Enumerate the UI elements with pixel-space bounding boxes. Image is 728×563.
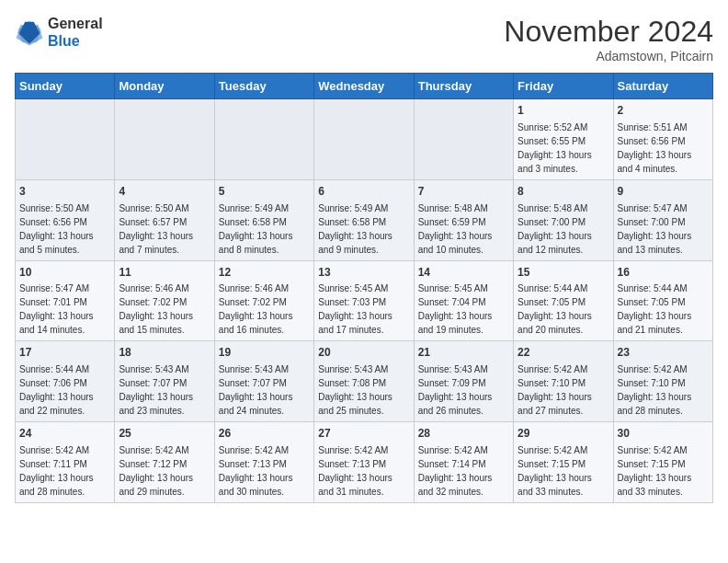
day-header-thursday: Thursday [414,74,513,99]
day-info: Sunrise: 5:46 AM Sunset: 7:02 PM Dayligh… [119,282,210,337]
day-cell: 21Sunrise: 5:43 AM Sunset: 7:09 PM Dayli… [414,341,513,422]
week-row-1: 1Sunrise: 5:52 AM Sunset: 6:55 PM Daylig… [16,99,713,180]
day-cell: 17Sunrise: 5:44 AM Sunset: 7:06 PM Dayli… [16,341,115,422]
logo-icon [15,17,44,47]
day-info: Sunrise: 5:45 AM Sunset: 7:03 PM Dayligh… [318,282,409,337]
day-cell: 1Sunrise: 5:52 AM Sunset: 6:55 PM Daylig… [514,99,613,180]
day-info: Sunrise: 5:43 AM Sunset: 7:09 PM Dayligh… [418,362,509,418]
day-cell: 15Sunrise: 5:44 AM Sunset: 7:05 PM Dayli… [514,260,613,341]
day-cell: 19Sunrise: 5:43 AM Sunset: 7:07 PM Dayli… [214,341,313,422]
day-cell: 18Sunrise: 5:43 AM Sunset: 7:07 PM Dayli… [115,341,214,422]
day-cell: 24Sunrise: 5:42 AM Sunset: 7:11 PM Dayli… [16,422,115,503]
day-header-wednesday: Wednesday [314,74,414,99]
day-number: 17 [19,345,110,361]
day-info: Sunrise: 5:42 AM Sunset: 7:15 PM Dayligh… [618,443,709,499]
day-number: 30 [618,426,709,442]
day-cell: 30Sunrise: 5:42 AM Sunset: 7:15 PM Dayli… [613,422,712,503]
day-number: 24 [19,426,110,442]
day-info: Sunrise: 5:49 AM Sunset: 6:58 PM Dayligh… [219,201,310,257]
day-number: 20 [318,345,409,361]
calendar-body: 1Sunrise: 5:52 AM Sunset: 6:55 PM Daylig… [16,99,713,503]
day-info: Sunrise: 5:45 AM Sunset: 7:04 PM Dayligh… [418,282,509,337]
day-cell: 3Sunrise: 5:50 AM Sunset: 6:56 PM Daylig… [16,179,115,260]
day-number: 28 [418,426,509,442]
day-number: 25 [119,426,210,442]
week-row-2: 3Sunrise: 5:50 AM Sunset: 6:56 PM Daylig… [16,179,713,260]
day-number: 19 [219,345,310,361]
day-info: Sunrise: 5:51 AM Sunset: 6:56 PM Dayligh… [618,121,709,176]
day-info: Sunrise: 5:48 AM Sunset: 6:59 PM Dayligh… [418,201,509,257]
day-number: 29 [518,426,609,442]
day-info: Sunrise: 5:46 AM Sunset: 7:02 PM Dayligh… [219,282,310,337]
day-number: 12 [219,265,310,281]
day-number: 4 [119,184,210,200]
day-number: 1 [518,103,609,119]
week-row-3: 10Sunrise: 5:47 AM Sunset: 7:01 PM Dayli… [16,260,713,341]
day-info: Sunrise: 5:44 AM Sunset: 7:05 PM Dayligh… [518,282,609,337]
page-header: General Blue November 2024 Adamstown, Pi… [15,15,713,63]
day-info: Sunrise: 5:42 AM Sunset: 7:10 PM Dayligh… [618,362,709,418]
day-cell: 2Sunrise: 5:51 AM Sunset: 6:56 PM Daylig… [613,99,712,180]
week-row-5: 24Sunrise: 5:42 AM Sunset: 7:11 PM Dayli… [16,422,713,503]
day-cell: 11Sunrise: 5:46 AM Sunset: 7:02 PM Dayli… [115,260,214,341]
day-info: Sunrise: 5:42 AM Sunset: 7:15 PM Dayligh… [518,443,609,499]
day-number: 16 [618,265,709,281]
day-cell: 10Sunrise: 5:47 AM Sunset: 7:01 PM Dayli… [16,260,115,341]
day-number: 23 [618,345,709,361]
day-cell: 9Sunrise: 5:47 AM Sunset: 7:00 PM Daylig… [613,179,712,260]
day-number: 27 [318,426,409,442]
day-cell: 14Sunrise: 5:45 AM Sunset: 7:04 PM Dayli… [414,260,513,341]
day-info: Sunrise: 5:50 AM Sunset: 6:56 PM Dayligh… [19,201,110,257]
day-info: Sunrise: 5:52 AM Sunset: 6:55 PM Dayligh… [518,121,609,176]
day-number: 22 [518,345,609,361]
day-info: Sunrise: 5:47 AM Sunset: 7:00 PM Dayligh… [618,201,709,257]
day-cell: 12Sunrise: 5:46 AM Sunset: 7:02 PM Dayli… [214,260,313,341]
day-cell: 20Sunrise: 5:43 AM Sunset: 7:08 PM Dayli… [314,341,414,422]
day-cell: 13Sunrise: 5:45 AM Sunset: 7:03 PM Dayli… [314,260,414,341]
day-info: Sunrise: 5:43 AM Sunset: 7:08 PM Dayligh… [318,362,409,418]
day-header-sunday: Sunday [16,74,115,99]
day-number: 5 [219,184,310,200]
day-cell [414,99,513,180]
month-title: November 2024 [504,15,713,49]
day-header-monday: Monday [115,74,214,99]
day-cell [314,99,414,180]
day-cell: 26Sunrise: 5:42 AM Sunset: 7:13 PM Dayli… [214,422,313,503]
day-info: Sunrise: 5:44 AM Sunset: 7:05 PM Dayligh… [618,282,709,337]
day-cell: 29Sunrise: 5:42 AM Sunset: 7:15 PM Dayli… [514,422,613,503]
day-number: 10 [19,265,110,281]
day-header-tuesday: Tuesday [214,74,313,99]
logo: General Blue [15,15,103,50]
day-number: 7 [418,184,509,200]
calendar-table: SundayMondayTuesdayWednesdayThursdayFrid… [15,73,713,503]
day-cell: 4Sunrise: 5:50 AM Sunset: 6:57 PM Daylig… [115,179,214,260]
day-info: Sunrise: 5:43 AM Sunset: 7:07 PM Dayligh… [219,362,310,418]
day-number: 3 [19,184,110,200]
day-info: Sunrise: 5:42 AM Sunset: 7:10 PM Dayligh… [518,362,609,418]
day-info: Sunrise: 5:42 AM Sunset: 7:14 PM Dayligh… [418,443,509,499]
logo-text: General Blue [48,15,103,50]
week-row-4: 17Sunrise: 5:44 AM Sunset: 7:06 PM Dayli… [16,341,713,422]
day-number: 9 [618,184,709,200]
title-block: November 2024 Adamstown, Pitcairn [504,15,713,63]
day-cell: 25Sunrise: 5:42 AM Sunset: 7:12 PM Dayli… [115,422,214,503]
day-number: 6 [318,184,409,200]
day-number: 15 [518,265,609,281]
day-info: Sunrise: 5:49 AM Sunset: 6:58 PM Dayligh… [318,201,409,257]
day-number: 8 [518,184,609,200]
day-info: Sunrise: 5:43 AM Sunset: 7:07 PM Dayligh… [119,362,210,418]
day-info: Sunrise: 5:48 AM Sunset: 7:00 PM Dayligh… [518,201,609,257]
day-number: 21 [418,345,509,361]
day-header-friday: Friday [514,74,613,99]
calendar-header: SundayMondayTuesdayWednesdayThursdayFrid… [16,74,713,99]
day-cell: 22Sunrise: 5:42 AM Sunset: 7:10 PM Dayli… [514,341,613,422]
day-cell [16,99,115,180]
day-number: 2 [618,103,709,119]
day-cell: 8Sunrise: 5:48 AM Sunset: 7:00 PM Daylig… [514,179,613,260]
day-info: Sunrise: 5:50 AM Sunset: 6:57 PM Dayligh… [119,201,210,257]
day-cell: 6Sunrise: 5:49 AM Sunset: 6:58 PM Daylig… [314,179,414,260]
day-info: Sunrise: 5:42 AM Sunset: 7:11 PM Dayligh… [19,443,110,499]
day-info: Sunrise: 5:42 AM Sunset: 7:12 PM Dayligh… [119,443,210,499]
header-row: SundayMondayTuesdayWednesdayThursdayFrid… [16,74,713,99]
day-cell: 16Sunrise: 5:44 AM Sunset: 7:05 PM Dayli… [613,260,712,341]
